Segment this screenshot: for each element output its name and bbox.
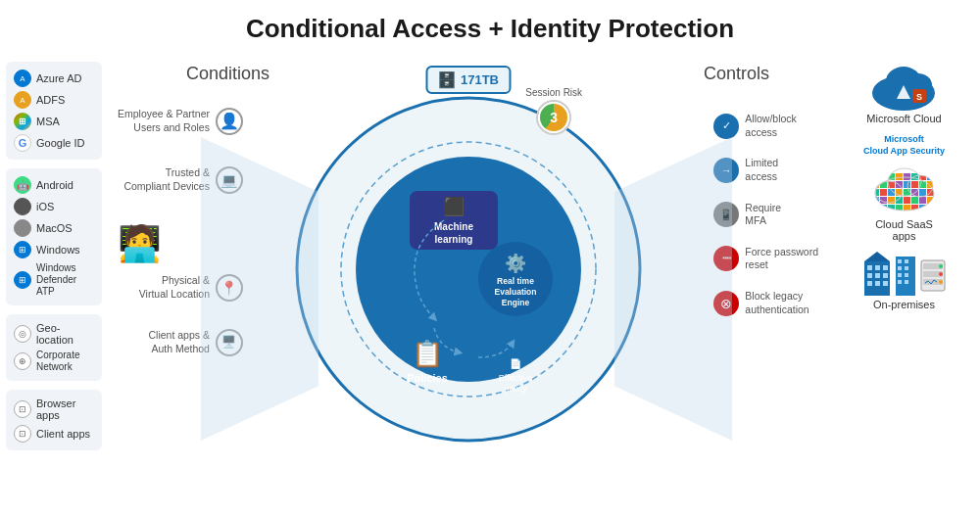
svg-rect-74 [875, 265, 880, 270]
apps-group: ⊡ Browser apps ⊡ Client apps [6, 390, 102, 450]
limited-access-label: Limitedaccess [745, 157, 778, 183]
tb-badge: 🗄️ 171TB [425, 66, 511, 94]
control-allow-block: ✓ Allow/blockaccess [713, 113, 818, 139]
svg-text:learning: learning [434, 234, 472, 245]
sidebar-item-google-id: G Google ID [14, 132, 94, 154]
session-risk: Session Risk 3 [525, 87, 582, 133]
on-premises-icon [862, 252, 947, 296]
svg-rect-88 [898, 273, 902, 277]
svg-point-97 [939, 272, 943, 276]
content-area: A Azure AD A ADFS ⊞ MSA G Google ID [0, 54, 980, 504]
windows-icon: ⊞ [14, 241, 31, 258]
svg-rect-84 [898, 259, 902, 263]
sidebar-item-windows-defender: ⊞ WindowsDefender ATP [14, 260, 94, 300]
left-sidebar: A Azure AD A ADFS ⊞ MSA G Google ID [0, 54, 108, 504]
svg-rect-90 [898, 280, 902, 284]
svg-rect-29 [880, 173, 887, 180]
adfs-icon: A [14, 91, 31, 109]
cloud-saas-item: MicrosoftCloud App Security [863, 134, 945, 242]
right-sidebar: S Microsoft Cloud MicrosoftCloud App Sec… [828, 54, 980, 504]
sidebar-item-corporate-network: ⊕ CorporateNetwork [14, 348, 94, 375]
svg-rect-65 [911, 205, 918, 211]
svg-text:S: S [916, 92, 922, 102]
svg-text:policy: policy [504, 384, 527, 394]
android-icon: 🤖 [14, 176, 31, 194]
svg-text:Effective: Effective [498, 373, 531, 383]
svg-rect-89 [905, 273, 908, 277]
sidebar-item-ios: iOS [14, 196, 94, 217]
sidebar-item-android: 🤖 Android [14, 174, 94, 196]
svg-rect-77 [875, 273, 880, 278]
devices-group: 🤖 Android iOS MacOS ⊞ Windows ⊞ WindowsD… [6, 168, 102, 305]
conditions-label: Conditions [186, 64, 270, 84]
sidebar-item-client-apps: ⊡ Client apps [14, 423, 94, 444]
svg-rect-73 [867, 265, 872, 270]
svg-text:⚙️: ⚙️ [505, 253, 527, 274]
svg-text:📋: 📋 [412, 338, 444, 369]
corporate-network-icon: ⊕ [14, 352, 31, 370]
sidebar-item-geo-location: ◎ Geo-location [14, 320, 94, 348]
svg-rect-91 [905, 280, 908, 284]
svg-rect-28 [872, 173, 879, 180]
svg-text:Machine: Machine [433, 221, 472, 232]
msa-icon: ⊞ [14, 113, 31, 130]
svg-text:Policies: Policies [407, 372, 448, 384]
sidebar-item-azure-ad: A Azure AD [14, 68, 94, 89]
google-icon: G [14, 134, 31, 152]
center-diagram: Conditions Controls Employee & PartnerUs… [108, 54, 828, 504]
sidebar-item-msa: ⊞ MSA [14, 111, 94, 132]
client-apps-icon: ⊡ [14, 425, 31, 443]
svg-point-96 [939, 264, 943, 268]
saas-cloud-icon [867, 160, 941, 215]
svg-rect-80 [875, 281, 880, 286]
svg-rect-58 [919, 197, 926, 204]
svg-rect-41 [911, 181, 918, 188]
svg-rect-87 [905, 266, 908, 270]
sidebar-item-adfs: A ADFS [14, 89, 94, 111]
svg-text:Evaluation: Evaluation [494, 287, 536, 297]
main-diagram-svg: ⬛ Machine learning 📋 Policies ⚙️ Real ti… [272, 73, 664, 465]
on-premises-item: On-premises [862, 252, 947, 310]
svg-rect-81 [883, 281, 888, 286]
svg-rect-31 [896, 173, 903, 180]
azure-ad-icon: A [14, 70, 31, 87]
svg-text:📄: 📄 [510, 357, 522, 370]
svg-rect-86 [898, 266, 902, 270]
sidebar-item-browser-apps: ⊡ Browser apps [14, 396, 94, 423]
geo-network-group: ◎ Geo-location ⊕ CorporateNetwork [6, 314, 102, 381]
cloud-app-security-label: MicrosoftCloud App Security [863, 134, 945, 157]
svg-text:⬛: ⬛ [443, 196, 466, 217]
svg-text:Real time: Real time [497, 276, 534, 286]
controls-label: Controls [704, 64, 769, 84]
session-risk-badge: 3 [538, 102, 569, 133]
browser-apps-icon: ⊡ [14, 400, 31, 418]
microsoft-cloud-icon: S [869, 64, 938, 113]
svg-rect-50 [919, 189, 926, 196]
sidebar-item-windows: ⊞ Windows [14, 239, 94, 260]
svg-rect-79 [867, 281, 872, 286]
svg-rect-67 [927, 205, 934, 211]
svg-rect-57 [911, 197, 918, 204]
saas-label: Cloud SaaSapps [875, 218, 933, 242]
svg-rect-56 [904, 197, 910, 204]
sidebar-item-macos: MacOS [14, 217, 94, 239]
person-icon: 🧑‍💻 [118, 223, 162, 264]
users-icon: 👤 [216, 108, 243, 135]
identity-providers-group: A Azure AD A ADFS ⊞ MSA G Google ID [6, 62, 102, 160]
svg-rect-75 [883, 265, 888, 270]
svg-text:Engine: Engine [501, 298, 529, 307]
svg-rect-45 [880, 189, 887, 196]
geo-location-icon: ◎ [14, 325, 31, 343]
allow-block-icon: ✓ [713, 114, 739, 139]
svg-rect-60 [872, 205, 879, 211]
windows-defender-icon: ⊞ [14, 271, 31, 289]
svg-rect-40 [904, 181, 910, 188]
macos-icon [14, 219, 31, 237]
ios-icon [14, 198, 31, 215]
microsoft-cloud-item: S Microsoft Cloud [866, 64, 941, 124]
svg-point-98 [939, 280, 943, 284]
svg-rect-78 [883, 273, 888, 278]
svg-marker-82 [864, 252, 890, 261]
page-title: Conditional Access + Identity Protection [0, 0, 980, 44]
condition-users: Employee & PartnerUsers and Roles 👤 [118, 108, 243, 135]
